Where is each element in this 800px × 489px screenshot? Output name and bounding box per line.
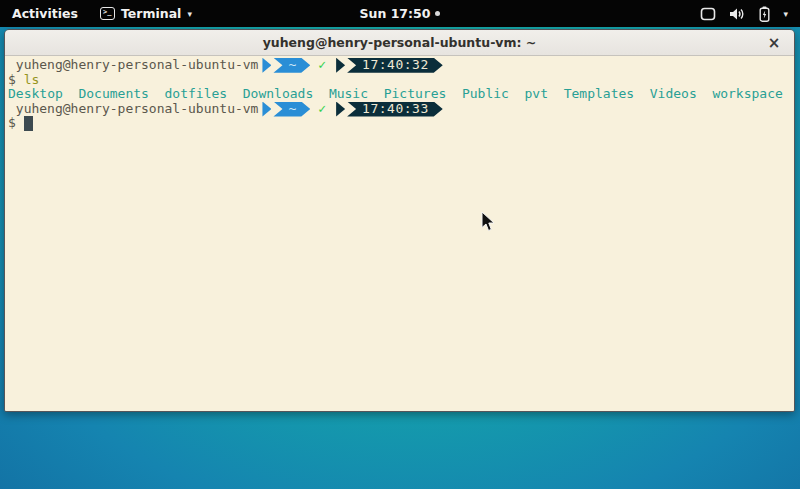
prompt-time: 17:40:32 (347, 58, 443, 73)
terminal-icon: >_ (100, 7, 115, 20)
directory-name: pvt (525, 87, 548, 102)
battery-charging-icon (759, 6, 770, 22)
close-button[interactable]: × (764, 33, 784, 53)
clock-button[interactable]: Sun 17:50 (360, 6, 431, 21)
prompt-line-1: yuheng@henry-personal-ubuntu-vm ~ ✓ 17:4… (8, 58, 791, 73)
topbar-left: Activities >_ Terminal ▾ (0, 0, 202, 27)
prompt-symbol: $ (8, 116, 16, 131)
powerline-arrow-icon (336, 58, 345, 73)
prompt-path: ~ (273, 58, 310, 73)
app-menu-terminal[interactable]: >_ Terminal ▾ (90, 0, 202, 27)
directory-name: dotfiles (165, 87, 228, 102)
directory-name: Desktop (8, 87, 63, 102)
display-icon (700, 7, 716, 21)
window-title: yuheng@henry-personal-ubuntu-vm: ~ (5, 35, 794, 50)
directory-name: Pictures (384, 87, 447, 102)
powerline-arrow-icon (336, 102, 345, 117)
activities-button[interactable]: Activities (0, 0, 90, 27)
prompt-hostname: yuheng@henry-personal-ubuntu-vm (16, 58, 259, 73)
directory-name: Downloads (243, 87, 313, 102)
powerline-path-segment: ~ (262, 58, 310, 73)
directory-name: Templates (564, 87, 634, 102)
system-status-menu[interactable]: ▾ (688, 0, 800, 27)
powerline-path-segment: ~ (262, 102, 310, 117)
prompt-time: 17:40:33 (347, 102, 443, 117)
directory-name: Documents (78, 87, 148, 102)
app-menu-label: Terminal (121, 6, 181, 21)
command-line: $ ls (8, 73, 791, 88)
ls-output-line: DesktopDocumentsdotfilesDownloadsMusicPi… (8, 87, 791, 102)
powerline-arrow-icon (262, 58, 271, 73)
prompt-hostname: yuheng@henry-personal-ubuntu-vm (16, 102, 259, 117)
command-text: ls (24, 73, 40, 88)
directory-name: Videos (650, 87, 697, 102)
prompt-path: ~ (273, 102, 310, 117)
volume-icon (729, 7, 746, 21)
check-icon: ✓ (318, 102, 326, 117)
powerline-time-segment: 17:40:33 (336, 102, 443, 117)
prompt-line-2: yuheng@henry-personal-ubuntu-vm ~ ✓ 17:4… (8, 102, 791, 117)
terminal-window: yuheng@henry-personal-ubuntu-vm: ~ × yuh… (4, 29, 795, 412)
chevron-down-icon: ▾ (187, 9, 192, 19)
prompt-symbol: $ (8, 73, 16, 88)
powerline-time-segment: 17:40:32 (336, 58, 443, 73)
directory-name: workspace (712, 87, 782, 102)
powerline-arrow-icon (262, 102, 271, 117)
input-line[interactable]: $ (8, 116, 791, 131)
text-cursor (24, 116, 33, 131)
activities-label: Activities (12, 6, 78, 21)
chevron-down-icon: ▾ (783, 9, 788, 19)
notification-dot-icon (435, 11, 440, 16)
directory-name: Music (329, 87, 368, 102)
directory-name: Public (462, 87, 509, 102)
top-bar: Activities >_ Terminal ▾ Sun 17:50 ▾ (0, 0, 800, 27)
check-icon: ✓ (318, 58, 326, 73)
terminal-content[interactable]: yuheng@henry-personal-ubuntu-vm ~ ✓ 17:4… (5, 56, 794, 411)
window-titlebar[interactable]: yuheng@henry-personal-ubuntu-vm: ~ × (5, 30, 794, 56)
